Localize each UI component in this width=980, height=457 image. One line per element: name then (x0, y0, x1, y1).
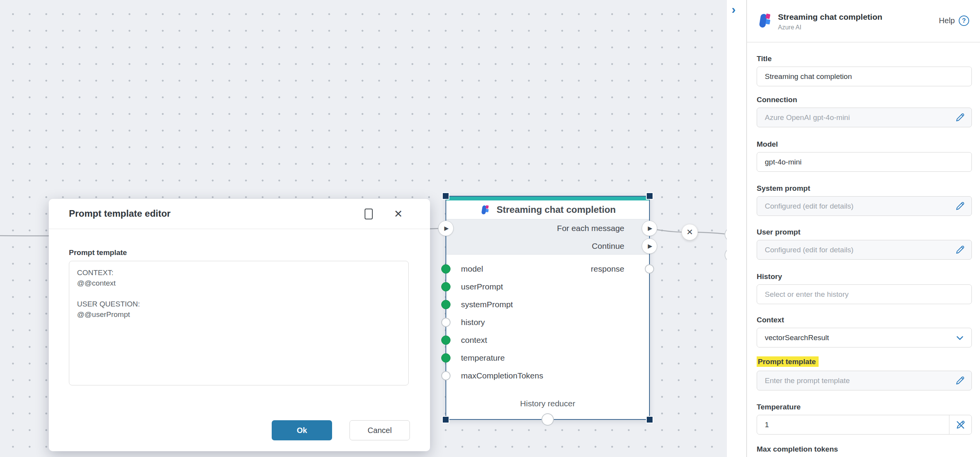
exec-output-port-for-each-message[interactable]: ▶ (642, 221, 657, 236)
port-label: userPrompt (461, 282, 503, 291)
pencil-icon[interactable] (955, 375, 965, 386)
help-link[interactable]: Help ? (939, 15, 969, 26)
pencil-icon[interactable] (955, 245, 965, 255)
input-row-systemprompt: systemPrompt (446, 296, 649, 313)
pencil-icon[interactable] (955, 201, 965, 211)
dialog-title: Prompt template editor (69, 208, 171, 219)
panel-title: Streaming chat completion (778, 12, 882, 22)
exec-output-label: Continue (592, 241, 624, 251)
field-label-connection: Connection (757, 96, 797, 104)
field-label-model: Model (757, 140, 778, 149)
input-row-history: history (446, 313, 649, 331)
input-port-temperature[interactable] (441, 353, 451, 363)
input-port-context[interactable] (441, 335, 451, 345)
port-label: systemPrompt (461, 300, 513, 309)
port-label: temperature (461, 353, 505, 363)
node-header[interactable]: Streaming chat completion (446, 200, 649, 219)
input-port-maxcompletiontokens[interactable] (441, 371, 451, 380)
prompt-template-input[interactable]: Enter the prompt template (757, 371, 972, 390)
input-port-model[interactable] (441, 264, 451, 274)
temperature-input[interactable]: 1 (757, 415, 972, 435)
node-accent-bar (446, 197, 649, 200)
panel-gutter: › (727, 0, 747, 457)
system-prompt-input[interactable]: Configured (edit for details) (757, 196, 972, 216)
toggle-expression-button[interactable] (949, 415, 971, 434)
panel-subtitle: Azure AI (778, 24, 801, 31)
output-row-response: response (552, 260, 649, 278)
input-port-history[interactable] (441, 318, 451, 327)
input-row-userprompt: userPrompt (446, 278, 649, 296)
field-label-system-prompt: System prompt (757, 184, 810, 193)
pencil-icon[interactable] (955, 112, 965, 123)
port-label: context (461, 335, 487, 345)
delete-edge-button[interactable]: ✕ (682, 224, 698, 240)
prompt-template-textarea[interactable]: CONTEXT: @@context USER QUESTION: @@user… (69, 261, 409, 385)
port-label: model (461, 264, 483, 274)
field-label-prompt-template: Prompt template (757, 358, 819, 366)
port-label: history (461, 318, 485, 327)
field-label-user-prompt: User prompt (757, 228, 800, 236)
history-input[interactable]: Select or enter the history (757, 284, 972, 304)
exec-input-port[interactable]: ▶ (438, 221, 454, 236)
resize-handle-top-left[interactable] (442, 192, 449, 200)
exec-arrow-icon: ▶ (648, 225, 653, 232)
resize-handle-bottom-right[interactable] (646, 416, 653, 423)
resize-handle-bottom-left[interactable] (442, 416, 449, 423)
field-label-history: History (757, 272, 782, 281)
prompt-template-editor-dialog: Prompt template editor ✕ Prompt template… (49, 199, 430, 451)
exec-output-port-continue[interactable]: ▶ (642, 238, 657, 254)
collapse-panel-button[interactable]: › (732, 2, 736, 17)
port-label: response (591, 264, 624, 274)
ok-button[interactable]: Ok (272, 420, 332, 440)
panel-header: Streaming chat completion Azure AI Help … (747, 0, 980, 43)
node-streaming-chat-completion[interactable]: Streaming chat completion ▶ For each mes… (445, 196, 650, 420)
input-row-temperature: temperature (446, 349, 649, 367)
exec-row-for-each-message: ▶ For each message ▶ (446, 219, 649, 237)
prompt-template-label: Prompt template (69, 248, 127, 257)
flow-designer: Streaming chat completion ▶ For each mes… (0, 0, 980, 457)
output-port-response[interactable] (645, 264, 654, 274)
help-icon: ? (959, 15, 969, 26)
close-icon[interactable]: ✕ (391, 207, 406, 221)
input-port-userprompt[interactable] (441, 282, 451, 291)
context-dropdown[interactable]: vectorSearchResult (757, 328, 972, 347)
history-reducer-port[interactable] (541, 413, 554, 426)
exec-row-continue: Continue ▶ (446, 237, 649, 255)
input-port-systemprompt[interactable] (441, 300, 451, 309)
connection-input[interactable]: Azure OpenAI gpt-4o-mini (757, 108, 972, 127)
delete-edge-icon: ✕ (686, 228, 693, 237)
input-row-maxcompletiontokens: maxCompletionTokens (446, 367, 649, 385)
node-title: Streaming chat completion (497, 204, 616, 215)
azure-ai-icon (756, 12, 774, 29)
pencil-off-icon (955, 419, 966, 430)
user-prompt-input[interactable]: Configured (edit for details) (757, 240, 972, 260)
model-input[interactable]: gpt-4o-mini (757, 152, 972, 172)
node-port-list: model userPrompt systemPrompt history co… (446, 255, 649, 385)
field-label-temperature: Temperature (757, 403, 801, 411)
cancel-button[interactable]: Cancel (350, 420, 410, 440)
dialog-header: Prompt template editor ✕ (49, 199, 430, 229)
maximize-icon[interactable] (365, 209, 373, 219)
resize-handle-top-right[interactable] (646, 192, 653, 200)
title-input[interactable]: Streaming chat completion (757, 67, 972, 86)
field-label-context: Context (757, 316, 784, 324)
input-row-context: context (446, 331, 649, 349)
chevron-down-icon[interactable] (954, 332, 965, 343)
exec-arrow-icon: ▶ (648, 243, 653, 250)
port-label: maxCompletionTokens (461, 371, 543, 380)
properties-panel: Streaming chat completion Azure AI Help … (747, 0, 980, 457)
history-reducer-label: History reducer (446, 399, 649, 408)
field-label-max-completion-tokens: Max completion tokens (757, 445, 838, 454)
field-label-title: Title (757, 55, 772, 63)
exec-output-label: For each message (557, 224, 624, 233)
node-exec-section: ▶ For each message ▶ Continue ▶ (446, 219, 649, 255)
exec-arrow-icon: ▶ (444, 225, 449, 232)
azure-ai-icon (480, 204, 491, 216)
